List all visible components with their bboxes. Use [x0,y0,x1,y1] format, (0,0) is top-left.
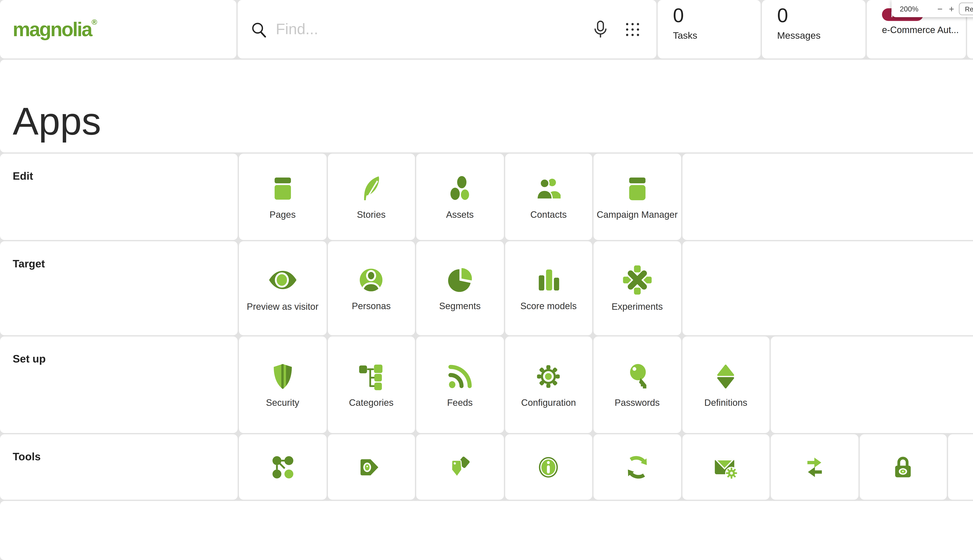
zoom-in-button[interactable]: + [949,4,954,13]
section-label: Target [13,258,45,270]
app-label: Definitions [704,397,747,407]
tools-app-3[interactable] [416,434,503,500]
app-tile-definitions[interactable]: Definitions [682,337,769,433]
section-label-cell-target: Target [0,241,237,335]
zoom-reset-button[interactable]: Reset [959,2,973,15]
tools-app-8[interactable] [859,434,947,500]
campaign-manager-icon [623,174,651,202]
app-label: Assets [446,209,474,219]
messages-label: Messages [777,30,865,41]
app-tile-preview-as-visitor[interactable]: Preview as visitor [239,241,326,335]
section-label: Set up [13,353,46,365]
persona-icon [357,266,385,294]
app-tile-pages[interactable]: Pages [239,153,326,240]
empty-bottom-row [0,501,973,560]
app-tile-campaign-manager[interactable]: Campaign Manager [593,153,681,240]
assets-icon [446,174,474,202]
eye-icon [268,265,297,294]
app-tile-categories[interactable]: Categories [328,337,415,433]
section-label-cell-setup: Set up [0,337,237,433]
section-row-tools: Tools [0,434,973,500]
environment-app-label: e-Commerce Aut... [882,25,966,35]
app-tile-assets[interactable]: Assets [416,153,503,240]
tools-app-6[interactable] [682,434,769,500]
section-row-edit: Edit Pages Stories Assets Contacts Campa… [0,153,973,240]
tools-app-2[interactable] [328,434,415,500]
app-tile-configuration[interactable]: Configuration [505,337,592,433]
pie-chart-icon [446,266,474,294]
app-label: Pages [269,209,296,219]
microphone-icon[interactable] [592,20,609,38]
tasks-card[interactable]: 0 Tasks [658,0,761,58]
cache-recycle-icon [624,453,650,480]
empty-cell [682,241,973,335]
info-icon [535,453,562,480]
app-tile-personas[interactable]: Personas [328,241,415,335]
messages-card[interactable]: 0 Messages [762,0,865,58]
app-grid-icon[interactable] [625,22,640,37]
zoom-out-button[interactable]: − [937,4,943,13]
app-label: Passwords [615,397,660,407]
app-tile-score-models[interactable]: Score models [505,241,592,335]
section-label-cell-tools: Tools [0,434,237,500]
app-tile-feeds[interactable]: Feeds [416,337,503,433]
title-card: Apps [0,60,973,152]
app-label: Feeds [447,397,473,407]
tools-app-4[interactable] [505,434,592,500]
app-label: Configuration [521,397,576,407]
tasks-count: 0 [673,4,761,28]
app-label: Score models [520,301,577,311]
app-tile-stories[interactable]: Stories [328,153,415,240]
magnolia-apps-screen: magnolia® 0 Tasks 0 Messages PROD e-Comm… [0,0,973,560]
lock-icon [890,453,916,480]
section-label: Edit [13,170,33,182]
section-row-target: Target Preview as visitor Personas Segme… [0,241,973,335]
browser-zoom-popup: 200% − + Reset [891,0,973,17]
dev-tag-icon [358,453,385,480]
search-input[interactable] [274,20,592,39]
import-export-icon [801,453,828,480]
empty-cell [948,434,973,500]
gear-icon [535,362,563,390]
mail-settings-icon [712,453,739,480]
app-label: Preview as visitor [247,301,318,311]
tools-app-7[interactable] [771,434,858,500]
messages-count: 0 [777,4,865,28]
app-label: Stories [357,209,386,219]
tools-app-1[interactable] [239,434,326,500]
app-label: Security [266,397,299,407]
magnolia-logo: magnolia® [13,18,97,41]
contacts-icon [535,174,563,202]
node-graph-icon [269,453,296,480]
app-label: Segments [439,301,481,311]
zoom-level: 200% [900,5,918,12]
tasks-label: Tasks [673,30,761,41]
app-tile-security[interactable]: Security [239,337,326,433]
pages-icon [269,174,297,202]
logo-card: magnolia® [0,0,236,58]
section-label: Tools [13,451,41,463]
app-tile-contacts[interactable]: Contacts [505,153,592,240]
experiments-icon [622,265,652,294]
app-tile-segments[interactable]: Segments [416,241,503,335]
empty-cell [771,337,973,433]
page-title: Apps [13,99,101,143]
app-tile-experiments[interactable]: Experiments [593,241,681,335]
section-row-setup: Set up Security Categories Feeds Configu… [0,337,973,433]
search-card [237,0,656,58]
app-label: Personas [352,301,391,311]
category-tree-icon [357,362,385,390]
top-bar: magnolia® 0 Tasks 0 Messages PROD e-Comm… [0,0,973,58]
definitions-icon [712,362,740,390]
section-label-cell-edit: Edit [0,153,237,240]
app-label: Experiments [612,301,663,311]
tags-icon [446,453,473,480]
key-icon [623,362,651,390]
app-tile-passwords[interactable]: Passwords [593,337,681,433]
tools-app-5[interactable] [593,434,681,500]
app-label: Campaign Manager [597,209,677,219]
search-icon [251,21,267,37]
shield-icon [269,362,297,390]
bar-chart-icon [535,266,563,294]
app-label: Contacts [530,209,567,219]
